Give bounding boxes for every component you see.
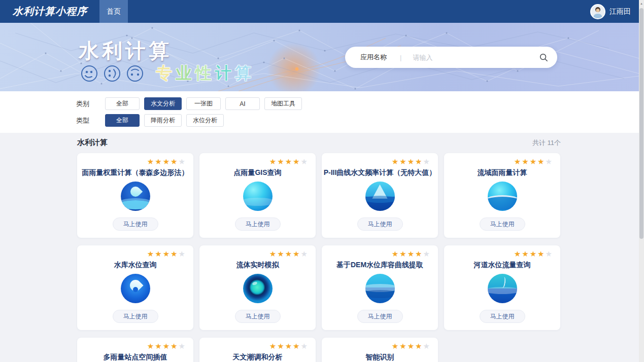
- star-filled-icon: ★: [392, 249, 399, 258]
- river-app-icon: [488, 274, 517, 303]
- use-now-button[interactable]: 马上使用: [235, 218, 281, 231]
- app-card: ★★★★★ 点雨量GIS查询 马上使用: [199, 153, 316, 238]
- star-filled-icon: ★: [408, 342, 415, 350]
- page: 水利计算小程序 首页 江雨田: [0, 0, 639, 362]
- rating-stars: ★★★★★: [147, 158, 186, 165]
- star-filled-icon: ★: [171, 249, 178, 258]
- app-card-title: 天文潮调和分析: [199, 353, 316, 362]
- smiley-icon-1: [80, 64, 98, 83]
- star-empty-icon: ★: [423, 249, 431, 258]
- star-filled-icon: ★: [277, 157, 285, 166]
- star-empty-icon: ★: [301, 342, 309, 350]
- tab-home[interactable]: 首页: [99, 0, 128, 23]
- slogan-char: 业: [176, 64, 195, 82]
- use-now-button[interactable]: 马上使用: [357, 310, 403, 323]
- scrollbar-thumb[interactable]: [639, 8, 643, 239]
- app-card: ★★★★★ 河道水位流量查询 马上使用: [444, 245, 560, 330]
- use-now-button[interactable]: 马上使用: [113, 218, 158, 231]
- star-filled-icon: ★: [530, 157, 537, 166]
- search-input[interactable]: [413, 54, 539, 61]
- category-option[interactable]: 一张图: [186, 97, 221, 110]
- app-card: ★★★★★ 多雨量站点空间插值 马上使用: [77, 338, 193, 362]
- rating-stars: ★★★★★: [269, 158, 309, 165]
- filter-row-category: 类别 全部水文分析一张图AI地图工具: [76, 97, 639, 110]
- star-empty-icon: ★: [179, 249, 186, 258]
- star-filled-icon: ★: [293, 249, 300, 258]
- app-card-title: 流体实时模拟: [199, 261, 316, 270]
- star-empty-icon: ★: [423, 157, 431, 166]
- smiley-icon-3: [126, 64, 144, 83]
- app-card: ★★★★★ 流体实时模拟 马上使用: [199, 245, 316, 330]
- smiley-icon-2: [103, 64, 121, 83]
- type-option[interactable]: 全部: [105, 114, 140, 127]
- app-card-title: P-III曲线水文频率计算（无特大值）: [322, 168, 438, 177]
- hero-subtitle-row: 专业性计算: [80, 62, 255, 85]
- use-now-button[interactable]: 马上使用: [480, 310, 525, 323]
- rating-stars: ★★★★★: [392, 342, 431, 350]
- search-icon[interactable]: [539, 53, 548, 62]
- star-empty-icon: ★: [546, 249, 553, 258]
- user-avatar[interactable]: [590, 4, 605, 19]
- star-filled-icon: ★: [277, 249, 285, 258]
- rating-stars: ★★★★★: [392, 158, 431, 165]
- category-option[interactable]: AI: [225, 97, 260, 110]
- star-filled-icon: ★: [269, 249, 277, 258]
- top-navbar: 水利计算小程序 首页 江雨田: [0, 0, 639, 23]
- star-filled-icon: ★: [392, 157, 399, 166]
- star-filled-icon: ★: [269, 157, 277, 166]
- star-filled-icon: ★: [163, 157, 171, 166]
- slogan-char: 计: [215, 64, 235, 82]
- hero-title: 水利计算: [79, 37, 172, 65]
- app-card-title: 基于DEM水位库容曲线提取: [322, 261, 438, 270]
- star-filled-icon: ★: [285, 157, 293, 166]
- star-filled-icon: ★: [399, 157, 407, 166]
- app-card: ★★★★★ P-III曲线水文频率计算（无特大值） 马上使用: [322, 153, 438, 238]
- category-option[interactable]: 地图工具: [264, 97, 302, 110]
- use-now-button[interactable]: 马上使用: [357, 218, 403, 231]
- star-empty-icon: ★: [301, 157, 309, 166]
- use-now-button[interactable]: 马上使用: [113, 310, 158, 323]
- star-filled-icon: ★: [277, 342, 285, 350]
- star-filled-icon: ★: [522, 249, 529, 258]
- rating-stars: ★★★★★: [514, 250, 553, 258]
- star-filled-icon: ★: [147, 157, 155, 166]
- category-option[interactable]: 水文分析: [144, 97, 182, 110]
- star-filled-icon: ★: [155, 249, 162, 258]
- star-filled-icon: ★: [285, 249, 293, 258]
- category-options: 全部水文分析一张图AI地图工具: [105, 97, 302, 110]
- star-filled-icon: ★: [399, 249, 407, 258]
- type-option[interactable]: 水位分析: [186, 114, 224, 127]
- app-card-grid: ★★★★★ 面雨量权重计算（泰森多边形法） 马上使用 ★★★★★ 点雨量GIS查…: [77, 153, 639, 362]
- rating-stars: ★★★★★: [514, 158, 553, 165]
- piii-app-icon: [365, 182, 395, 211]
- user-area: 江雨田: [590, 4, 631, 19]
- rating-stars: ★★★★★: [269, 250, 309, 258]
- search-label: 应用名称: [360, 53, 387, 62]
- use-now-button[interactable]: 马上使用: [480, 218, 525, 231]
- star-filled-icon: ★: [163, 342, 171, 350]
- app-card-title: 河道水位流量查询: [444, 261, 560, 270]
- scrollbar[interactable]: ▲: [639, 0, 644, 362]
- category-option[interactable]: 全部: [105, 97, 140, 110]
- star-filled-icon: ★: [285, 342, 293, 350]
- star-filled-icon: ★: [155, 342, 162, 350]
- app-card-title: 智能识别: [322, 353, 438, 362]
- star-filled-icon: ★: [171, 342, 178, 350]
- star-filled-icon: ★: [392, 342, 399, 350]
- rating-stars: ★★★★★: [147, 250, 186, 258]
- app-card: ★★★★★ 天文潮调和分析 马上使用: [199, 338, 316, 362]
- star-empty-icon: ★: [423, 342, 431, 350]
- use-now-button[interactable]: 马上使用: [235, 310, 281, 323]
- star-filled-icon: ★: [293, 342, 300, 350]
- slogan-char: 算: [235, 64, 255, 82]
- type-option[interactable]: 降雨分析: [144, 114, 182, 127]
- rating-stars: ★★★★★: [147, 342, 186, 350]
- search-divider: |: [400, 54, 401, 61]
- category-label: 类别: [76, 99, 105, 108]
- user-name[interactable]: 江雨田: [609, 7, 631, 16]
- avatar-photo: [591, 5, 604, 18]
- type-label: 类型: [76, 116, 105, 125]
- type-options: 全部降雨分析水位分析: [105, 114, 224, 127]
- star-filled-icon: ★: [415, 342, 423, 350]
- scrollbar-up-arrow[interactable]: ▲: [639, 0, 644, 7]
